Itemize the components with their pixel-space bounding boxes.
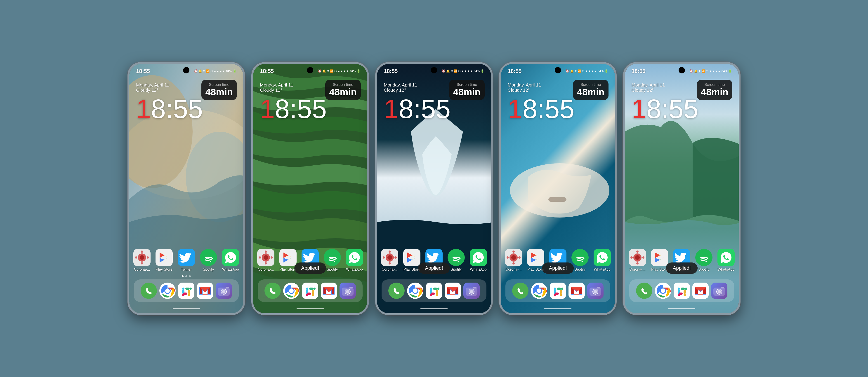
dock-item-gmail[interactable] xyxy=(321,282,337,299)
app-item-corona-...[interactable]: Corona-... xyxy=(257,249,274,272)
dock-item-phone[interactable] xyxy=(512,282,528,299)
svg-point-155 xyxy=(630,256,633,259)
dock-item-cam[interactable] xyxy=(340,282,356,299)
dock-item-gmail[interactable] xyxy=(568,282,585,299)
phone-screen-1[interactable]: 18:55 ⏰ 🔔 ✱ 📶 ⬡ ▲▲▲▲ 84% 🔋 Screen time 4… xyxy=(129,64,243,313)
clock-red-digit: 1 xyxy=(260,96,275,122)
alarm-icon: ⏰ xyxy=(565,69,569,73)
app-item-whatsapp[interactable]: WhatsApp xyxy=(717,249,735,272)
app-item-corona-...[interactable]: Corona-... xyxy=(381,249,398,272)
svg-point-79 xyxy=(389,250,391,253)
phone-wrapper-3: 18:55 ⏰ 🔔 ✱ 📶 ⬡ ▲▲▲▲ 84% 🔋 Screen time 4… xyxy=(375,62,493,315)
dock-item-slack[interactable] xyxy=(674,282,690,299)
svg-rect-148 xyxy=(597,287,600,288)
phone-bixby-button xyxy=(492,132,493,161)
dock-item-cam[interactable] xyxy=(216,282,232,299)
dock-item-chrome[interactable] xyxy=(655,282,671,299)
toast-notification: Applied! xyxy=(666,263,698,274)
status-icons: ⏰ 🔔 ✱ 📶 ⬡ ▲▲▲▲ 84% 🔋 xyxy=(689,69,732,73)
app-item-corona-...[interactable]: Corona-... xyxy=(133,249,151,272)
screen-time-label: Screen time xyxy=(577,82,604,87)
screen-time-label: Screen time xyxy=(453,82,480,87)
dock-item-phone[interactable] xyxy=(141,282,157,299)
dock-item-phone[interactable] xyxy=(636,282,652,299)
dock-item-chrome[interactable] xyxy=(283,282,300,299)
dock-item-chrome[interactable] xyxy=(159,282,176,299)
app-item-whatsapp[interactable]: WhatsApp xyxy=(222,249,239,272)
dock-item-gmail[interactable] xyxy=(197,282,213,299)
app-item-whatsapp[interactable]: WhatsApp xyxy=(470,249,487,272)
app-item-spotify[interactable]: Spotify xyxy=(695,249,712,272)
date-weather-widget: Monday, April 11 Cloudy 12° xyxy=(384,82,417,93)
svg-point-153 xyxy=(636,250,639,253)
svg-point-116 xyxy=(511,255,516,260)
page-dot-3 xyxy=(189,275,191,277)
svg-rect-170 xyxy=(674,282,690,299)
app-item-spotify[interactable]: Spotify xyxy=(447,249,465,272)
svg-point-56 xyxy=(265,282,281,299)
svg-rect-134 xyxy=(550,282,566,299)
app-item-playstore[interactable]: Play Store xyxy=(156,249,173,272)
dock-item-cam[interactable] xyxy=(587,282,603,299)
status-icons: ⏰ 🔔 ✱ 📶 ⬡ ▲▲▲▲ 84% 🔋 xyxy=(318,69,361,73)
app-label-spotify: Spotify xyxy=(451,268,462,272)
svg-point-59 xyxy=(289,288,293,293)
phone-screen-4[interactable]: 18:55 ⏰ 🔔 ✱ 📶 ⬡ ▲▲▲▲ 84% 🔋 Screen time 4… xyxy=(501,64,615,313)
app-label-corona: Corona-... xyxy=(258,268,274,272)
app-item-spotify[interactable]: Spotify xyxy=(200,249,217,272)
app-item-playstore[interactable]: Play Store xyxy=(403,249,421,272)
app-icon-playstore xyxy=(403,249,421,266)
dock-icon-gmail xyxy=(445,282,461,299)
svg-rect-60 xyxy=(302,282,318,299)
app-item-whatsapp[interactable]: WhatsApp xyxy=(346,249,363,272)
dock-icon-gmail xyxy=(692,282,709,299)
svg-rect-24 xyxy=(178,282,194,299)
phone-screen-5[interactable]: 18:55 ⏰ 🔔 ✱ 📶 ⬡ ▲▲▲▲ 84% 🔋 Screen time 4… xyxy=(625,64,739,313)
app-item-spotify[interactable]: Spotify xyxy=(324,249,341,272)
battery-icon: 🔋 xyxy=(604,69,608,73)
svg-rect-140 xyxy=(560,294,562,296)
date-weather-widget: Monday, April 11 Cloudy 12° xyxy=(260,82,293,93)
app-label-spotify: Spotify xyxy=(699,268,710,272)
app-item-corona-...[interactable]: Corona-... xyxy=(629,249,646,272)
app-item-twitter[interactable]: Twitter xyxy=(178,249,195,272)
dock-item-gmail[interactable] xyxy=(692,282,709,299)
app-item-playstore[interactable]: Play Store xyxy=(279,249,297,272)
phone-power-button xyxy=(616,109,617,127)
home-indicator xyxy=(173,308,200,309)
app-item-playstore[interactable]: Play Store xyxy=(527,249,544,272)
dock-item-chrome[interactable] xyxy=(407,282,423,299)
alarm-icon: ⏰ xyxy=(442,69,445,73)
app-item-whatsapp[interactable]: WhatsApp xyxy=(594,249,611,272)
phone-screen-3[interactable]: 18:55 ⏰ 🔔 ✱ 📶 ⬡ ▲▲▲▲ 84% 🔋 Screen time 4… xyxy=(377,64,491,313)
app-item-corona-...[interactable]: Corona-... xyxy=(505,249,522,272)
dock-item-phone[interactable] xyxy=(265,282,281,299)
weather-text: Cloudy 12° xyxy=(384,88,417,93)
weather-text: Cloudy 12° xyxy=(260,88,293,93)
dock-item-slack[interactable] xyxy=(302,282,318,299)
app-icon-twitter xyxy=(178,249,195,266)
camera-cutout xyxy=(307,67,313,73)
dock-item-cam[interactable] xyxy=(711,282,727,299)
dock-item-slack[interactable] xyxy=(550,282,566,299)
app-icon-spotify xyxy=(571,249,589,266)
dock-item-gmail[interactable] xyxy=(445,282,461,299)
svg-rect-178 xyxy=(678,294,680,296)
dock-icon-phone xyxy=(636,282,652,299)
svg-rect-74 xyxy=(349,287,352,288)
dock-item-chrome[interactable] xyxy=(531,282,547,299)
bluetooth-icon: ⬡ xyxy=(706,70,708,73)
app-item-playstore[interactable]: Play Store xyxy=(651,249,668,272)
dock-item-cam[interactable] xyxy=(463,282,480,299)
dock-item-slack[interactable] xyxy=(178,282,194,299)
dock-icon-slack xyxy=(426,282,442,299)
svg-rect-62 xyxy=(306,287,308,290)
app-item-spotify[interactable]: Spotify xyxy=(571,249,589,272)
phone-screen-2[interactable]: 18:55 ⏰ 🔔 ✱ 📶 ⬡ ▲▲▲▲ 84% 🔋 Screen time 4… xyxy=(253,64,367,313)
app-label-spotify: Spotify xyxy=(327,268,338,272)
dock-item-slack[interactable] xyxy=(426,282,442,299)
svg-point-82 xyxy=(395,256,397,259)
dock-item-phone[interactable] xyxy=(388,282,405,299)
big-clock: 1 8:55 xyxy=(136,96,203,122)
app-label-whatsapp: WhatsApp xyxy=(718,268,735,272)
